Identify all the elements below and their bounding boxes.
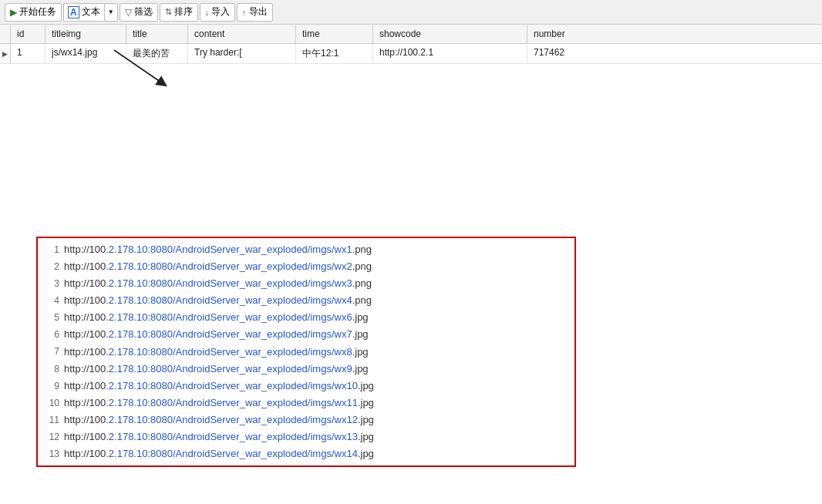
url-ext: .png xyxy=(352,292,372,309)
url-scheme: http://100 xyxy=(64,378,106,395)
main-panel: id titleimg title content time showcode … xyxy=(0,25,822,504)
text-button-group: A 文本 ▼ xyxy=(63,3,118,22)
filter-icon: ▽ xyxy=(125,7,132,18)
line-number: 10 xyxy=(42,395,59,411)
line-number: 12 xyxy=(42,429,59,445)
url-ext: .jpg xyxy=(358,428,374,445)
col-header-titleimg: titleimg xyxy=(45,25,126,43)
url-scheme: http://100 xyxy=(64,241,106,258)
line-number: 6 xyxy=(42,327,59,342)
url-list-item: 13 http://100.2.178.10:8080/AndroidServe… xyxy=(42,445,570,462)
url-path: .2.178.10:8080/AndroidServer_war_explode… xyxy=(106,326,352,343)
url-scheme: http://100 xyxy=(64,428,106,445)
line-number: 11 xyxy=(42,412,59,428)
url-path: .2.178.10:8080/AndroidServer_war_explode… xyxy=(106,275,352,292)
url-scheme: http://100 xyxy=(64,275,106,292)
url-path: .2.178.10:8080/AndroidServer_war_explode… xyxy=(106,344,352,361)
line-number: 13 xyxy=(42,446,59,462)
col-header-title: title xyxy=(126,25,188,43)
url-list-item: 10 http://100.2.178.10:8080/AndroidServe… xyxy=(42,395,570,412)
url-path: .2.178.10:8080/AndroidServer_war_explode… xyxy=(106,292,352,309)
import-icon: ↓ xyxy=(205,8,210,17)
url-ext: .png xyxy=(352,275,372,292)
url-scheme: http://100 xyxy=(64,445,106,462)
col-header-number: number xyxy=(527,25,597,43)
table-header: id titleimg title content time showcode … xyxy=(0,25,822,44)
url-list-item: 1 http://100.2.178.10:8080/AndroidServer… xyxy=(42,241,570,258)
sort-label: 排序 xyxy=(174,5,193,18)
dropdown-arrow-icon: ▼ xyxy=(108,8,114,15)
url-list-item: 3 http://100.2.178.10:8080/AndroidServer… xyxy=(42,275,570,292)
url-scheme: http://100 xyxy=(64,309,106,326)
url-list-item: 11 http://100.2.178.10:8080/AndroidServe… xyxy=(42,412,570,428)
text-dropdown-button[interactable]: ▼ xyxy=(104,3,118,22)
cell-showcode: http://100.2.1 xyxy=(373,44,527,63)
url-ext: .jpg xyxy=(352,309,369,326)
cell-time: 中午12:1 xyxy=(296,44,373,63)
line-number: 5 xyxy=(42,310,59,325)
url-list-item: 9 http://100.2.178.10:8080/AndroidServer… xyxy=(42,378,570,395)
table-row[interactable]: ▶ 1 js/wx14.jpg 最美的苦 Try harder:[ 中午12:1… xyxy=(0,44,822,64)
url-path: .2.178.10:8080/AndroidServer_war_explode… xyxy=(106,361,352,378)
export-icon: ↑ xyxy=(242,8,247,17)
line-number: 9 xyxy=(42,378,59,394)
url-list: 1 http://100.2.178.10:8080/AndroidServer… xyxy=(42,241,570,462)
line-number: 4 xyxy=(42,293,59,308)
row-arrow-indicator: ▶ xyxy=(0,44,11,63)
line-number: 3 xyxy=(42,276,59,291)
url-ext: .jpg xyxy=(352,344,369,361)
url-list-item: 7 http://100.2.178.10:8080/AndroidServer… xyxy=(42,344,570,361)
url-path: .2.178.10:8080/AndroidServer_war_explode… xyxy=(106,258,352,275)
text-icon: A xyxy=(68,6,79,18)
url-path: .2.178.10:8080/AndroidServer_war_explode… xyxy=(106,309,352,326)
import-label: 导入 xyxy=(211,5,230,18)
export-button[interactable]: ↑ 导出 xyxy=(237,3,273,22)
line-number: 2 xyxy=(42,259,59,274)
url-list-item: 4 http://100.2.178.10:8080/AndroidServer… xyxy=(42,292,570,309)
url-scheme: http://100 xyxy=(64,292,106,309)
text-button[interactable]: A 文本 xyxy=(63,3,104,22)
line-number: 1 xyxy=(42,242,59,257)
url-path: .2.178.10:8080/AndroidServer_war_explode… xyxy=(106,241,352,258)
url-scheme: http://100 xyxy=(64,395,106,412)
data-table: id titleimg title content time showcode … xyxy=(0,25,822,64)
url-ext: .jpg xyxy=(358,412,374,428)
filter-label: 筛选 xyxy=(134,5,153,18)
sort-button[interactable]: ⇅ 排序 xyxy=(160,3,198,22)
line-number: 7 xyxy=(42,344,59,359)
url-list-item: 8 http://100.2.178.10:8080/AndroidServer… xyxy=(42,361,570,378)
url-ext: .png xyxy=(352,258,372,275)
export-label: 导出 xyxy=(249,5,268,18)
url-list-box: 1 http://100.2.178.10:8080/AndroidServer… xyxy=(36,237,576,467)
cell-content: Try harder:[ xyxy=(188,44,296,63)
cell-title: 最美的苦 xyxy=(126,44,188,63)
text-label: 文本 xyxy=(82,5,100,18)
cell-number: 717462 xyxy=(527,44,597,63)
url-ext: .jpg xyxy=(352,361,369,378)
url-ext: .jpg xyxy=(352,326,369,343)
play-icon: ▶ xyxy=(10,7,17,18)
url-scheme: http://100 xyxy=(64,326,106,343)
url-ext: .jpg xyxy=(358,378,374,395)
url-list-item: 6 http://100.2.178.10:8080/AndroidServer… xyxy=(42,326,570,343)
import-button[interactable]: ↓ 导入 xyxy=(200,3,236,22)
start-task-label: 开始任务 xyxy=(19,5,56,18)
col-header-showcode: showcode xyxy=(373,25,527,43)
url-ext: .jpg xyxy=(358,395,374,412)
url-list-item: 5 http://100.2.178.10:8080/AndroidServer… xyxy=(42,309,570,326)
toolbar: ▶ 开始任务 A 文本 ▼ ▽ 筛选 ⇅ 排序 ↓ 导入 ↑ 导出 xyxy=(0,0,822,25)
start-task-button[interactable]: ▶ 开始任务 xyxy=(5,3,62,22)
url-path: .2.178.10:8080/AndroidServer_war_explode… xyxy=(106,412,358,428)
url-path: .2.178.10:8080/AndroidServer_war_explode… xyxy=(106,428,358,445)
filter-button[interactable]: ▽ 筛选 xyxy=(120,3,158,22)
url-scheme: http://100 xyxy=(64,258,106,275)
url-path: .2.178.10:8080/AndroidServer_war_explode… xyxy=(106,445,358,462)
col-header-id: id xyxy=(11,25,45,43)
url-scheme: http://100 xyxy=(64,361,106,378)
col-header-time: time xyxy=(296,25,373,43)
row-selector-header xyxy=(0,25,11,43)
url-path: .2.178.10:8080/AndroidServer_war_explode… xyxy=(106,395,358,412)
url-list-item: 12 http://100.2.178.10:8080/AndroidServe… xyxy=(42,428,570,445)
line-number: 8 xyxy=(42,361,59,377)
col-header-content: content xyxy=(188,25,296,43)
